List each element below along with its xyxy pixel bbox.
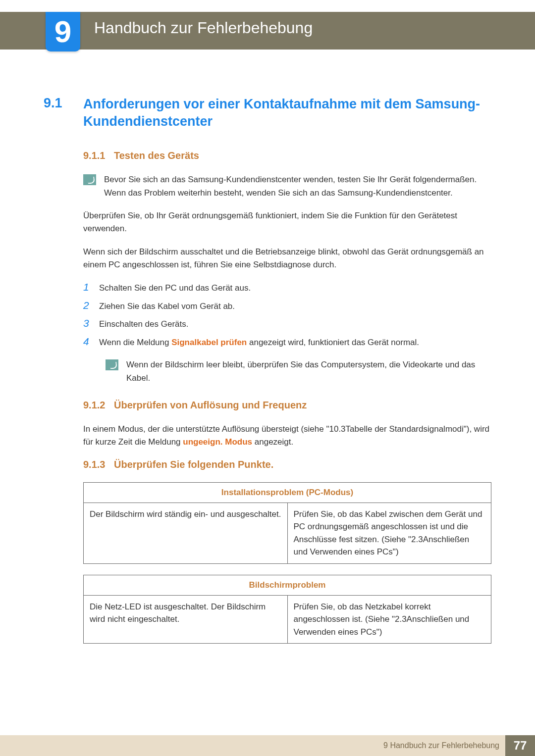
note-block: Bevor Sie sich an das Samsung-Kundendien… bbox=[83, 173, 491, 200]
page-number: 77 bbox=[514, 739, 527, 753]
step-text: Ziehen Sie das Kabel vom Gerät ab. bbox=[99, 300, 235, 313]
subsection-title: Überprüfen Sie folgenden Punkte. bbox=[114, 459, 273, 470]
table-header: Installationsproblem (PC-Modus) bbox=[84, 482, 491, 503]
step-number: 2 bbox=[83, 300, 92, 311]
problem-table-install: Installationsproblem (PC-Modus) Der Bild… bbox=[83, 482, 491, 564]
footer-text: 9 Handbuch zur Fehlerbehebung bbox=[383, 741, 499, 750]
chapter-badge: 9 bbox=[46, 12, 80, 51]
sub-note-text: Wenn der Bildschirm leer bleibt, überprü… bbox=[126, 358, 491, 385]
step-text: Einschalten des Geräts. bbox=[99, 318, 188, 331]
subsection-title: Testen des Geräts bbox=[114, 150, 199, 161]
ordered-steps: 1 Schalten Sie den PC und das Gerät aus.… bbox=[83, 281, 491, 349]
p-suffix: angezeigt. bbox=[252, 437, 293, 447]
table-cell-problem: Der Bildschirm wird ständig ein- und aus… bbox=[84, 503, 288, 563]
step4-highlight: Signalkabel prüfen bbox=[171, 338, 247, 347]
table-header: Bildschirmproblem bbox=[84, 575, 491, 595]
section-number: 9.1 bbox=[44, 96, 83, 130]
note-icon bbox=[106, 359, 118, 370]
step-item: 3 Einschalten des Geräts. bbox=[83, 317, 491, 331]
paragraph: Überprüfen Sie, ob Ihr Gerät ordnungsgem… bbox=[83, 209, 491, 236]
content-area: 9.1 Anforderungen vor einer Kontaktaufna… bbox=[44, 92, 491, 655]
problem-table-screen: Bildschirmproblem Die Netz-LED ist ausge… bbox=[83, 575, 491, 644]
section-heading: 9.1 Anforderungen vor einer Kontaktaufna… bbox=[44, 96, 491, 130]
step-number: 4 bbox=[83, 336, 92, 348]
table-cell-solution: Prüfen Sie, ob das Netzkabel korrekt ang… bbox=[287, 595, 491, 644]
step-item: 1 Schalten Sie den PC und das Gerät aus. bbox=[83, 281, 491, 295]
section-title: Anforderungen vor einer Kontaktaufnahme … bbox=[83, 96, 491, 130]
step-text: Wenn die Meldung Signalkabel prüfen ange… bbox=[99, 336, 419, 349]
page-number-box: 77 bbox=[505, 735, 535, 756]
subsection-number: 9.1.1 bbox=[83, 150, 114, 161]
step4-suffix: angezeigt wird, funktioniert das Gerät n… bbox=[247, 338, 419, 347]
paragraph: In einem Modus, der die unterstützte Auf… bbox=[83, 423, 491, 449]
table-cell-problem: Die Netz-LED ist ausgeschaltet. Der Bild… bbox=[84, 595, 288, 644]
step-text: Schalten Sie den PC und das Gerät aus. bbox=[99, 282, 251, 295]
subsection-number: 9.1.3 bbox=[83, 459, 114, 470]
chapter-title: Handbuch zur Fehlerbehebung bbox=[94, 19, 313, 37]
chapter-number: 9 bbox=[54, 16, 71, 47]
note-icon bbox=[83, 174, 96, 185]
note-text: Bevor Sie sich an das Samsung-Kundendien… bbox=[104, 173, 491, 200]
subsection-number: 9.1.2 bbox=[83, 400, 114, 411]
footer-bar: 9 Handbuch zur Fehlerbehebung 77 bbox=[0, 735, 535, 756]
paragraph: Wenn sich der Bildschirm ausschaltet und… bbox=[83, 246, 491, 272]
step-number: 1 bbox=[83, 281, 92, 293]
p-highlight: ungeeign. Modus bbox=[183, 437, 252, 447]
step-item: 2 Ziehen Sie das Kabel vom Gerät ab. bbox=[83, 300, 491, 313]
step-number: 3 bbox=[83, 317, 92, 329]
subsection-heading: 9.1.3 Überprüfen Sie folgenden Punkte. bbox=[83, 459, 491, 470]
step-item: 4 Wenn die Meldung Signalkabel prüfen an… bbox=[83, 336, 491, 349]
subsection-heading: 9.1.2 Überprüfen von Auflösung und Frequ… bbox=[83, 400, 491, 411]
table-cell-solution: Prüfen Sie, ob das Kabel zwischen dem Ge… bbox=[287, 503, 491, 563]
sub-note-block: Wenn der Bildschirm leer bleibt, überprü… bbox=[106, 358, 491, 385]
subsection-title: Überprüfen von Auflösung und Frequenz bbox=[114, 400, 307, 411]
step4-prefix: Wenn die Meldung bbox=[99, 338, 171, 347]
subsection-heading: 9.1.1 Testen des Geräts bbox=[83, 150, 491, 161]
